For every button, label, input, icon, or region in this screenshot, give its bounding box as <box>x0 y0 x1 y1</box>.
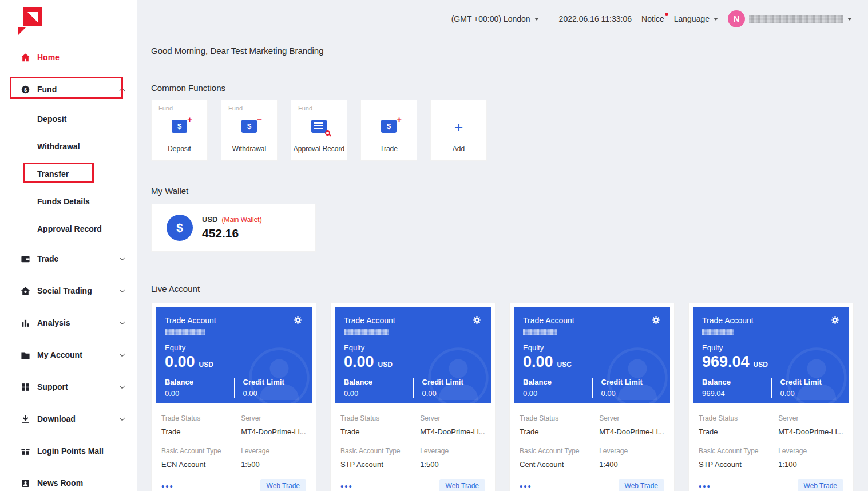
current-datetime: 2022.06.16 11:33:06 <box>559 14 632 23</box>
fund-icon: $ <box>21 85 30 94</box>
username-redacted <box>749 15 843 23</box>
chevron-down-icon <box>120 351 125 357</box>
sidebar-item-trade[interactable]: Trade <box>0 243 137 275</box>
grid-icon <box>21 382 30 392</box>
common-functions-title: Common Functions <box>151 83 854 93</box>
equity-value: 969.04 <box>702 353 750 371</box>
account-type-label: Basic Account Type <box>340 447 420 455</box>
web-trade-button[interactable]: Web Trade <box>260 479 306 491</box>
leverage-label: Leverage <box>241 447 306 455</box>
balance-label: Balance <box>702 378 771 386</box>
balance-value: 0.00 <box>344 389 413 398</box>
gear-icon[interactable] <box>830 315 840 325</box>
home-icon <box>21 53 30 62</box>
topbar: (GMT +00:00) London 2022.06.16 11:33:06 … <box>137 0 868 38</box>
web-trade-button[interactable]: Web Trade <box>798 479 843 491</box>
sidebar-item-approval-record[interactable]: Approval Record <box>0 215 137 243</box>
common-function-trade[interactable]: $+ Trade <box>360 100 417 161</box>
equity-currency: USD <box>199 361 213 369</box>
sidebar-item-social-trading[interactable]: Social Trading <box>0 275 137 307</box>
trade-status-value: Trade <box>161 427 241 436</box>
sidebar-item-deposit[interactable]: Deposit <box>0 105 137 133</box>
more-actions-icon[interactable]: ••• <box>161 481 174 491</box>
sidebar-item-home[interactable]: Home <box>0 41 137 73</box>
common-functions-cards: Fund $+ Deposit Fund $− Withdrawal Fund <box>151 100 854 161</box>
main-wallet-tag: (Main Wallet) <box>221 216 261 224</box>
leverage-label: Leverage <box>599 447 664 455</box>
web-trade-button[interactable]: Web Trade <box>439 479 485 491</box>
sidebar-item-label: Support <box>37 382 120 391</box>
brand-logo[interactable] <box>0 0 137 41</box>
sidebar-item-label: Fund <box>37 85 120 94</box>
gear-icon[interactable] <box>293 315 303 325</box>
notice-button[interactable]: Notice <box>641 14 664 23</box>
web-trade-button[interactable]: Web Trade <box>619 479 664 491</box>
wallet-amount: 452.16 <box>202 227 262 240</box>
more-actions-icon[interactable]: ••• <box>520 481 532 491</box>
trade-status-value: Trade <box>340 427 420 436</box>
account-details: Trade Status Trade Server MT4-DooPrime-L… <box>335 414 491 491</box>
timezone-selector[interactable]: (GMT +00:00) London <box>451 14 539 23</box>
account-type-value: STP Account <box>699 460 778 469</box>
content-area: Good Morning, Dear Test Marketing Brandi… <box>137 46 868 491</box>
sidebar-item-transfer[interactable]: Transfer <box>0 160 137 188</box>
balance-label: Balance <box>523 378 592 386</box>
account-details: Trade Status Trade Server MT4-DooPrime-L… <box>156 414 312 491</box>
trade-status-value: Trade <box>520 427 599 436</box>
function-category: Fund <box>158 105 173 112</box>
leverage-label: Leverage <box>778 447 843 455</box>
chevron-down-icon <box>714 18 718 21</box>
sidebar-item-download[interactable]: Download <box>0 403 137 435</box>
trade-status-value: Trade <box>699 427 778 436</box>
account-details: Trade Status Trade Server MT4-DooPrime-L… <box>514 414 670 491</box>
account-type-label: Basic Account Type <box>699 447 778 455</box>
live-account-card-4: Trade Account Equity 969.04 USD <box>688 303 854 491</box>
leverage-value: 1:500 <box>420 460 485 469</box>
more-actions-icon[interactable]: ••• <box>340 481 353 491</box>
trade-status-label: Trade Status <box>161 414 241 422</box>
live-account-card-3: Trade Account Equity 0.00 USC <box>509 303 675 491</box>
sidebar-item-analysis[interactable]: Analysis <box>0 307 137 339</box>
equity-currency: USD <box>754 361 768 369</box>
gear-icon[interactable] <box>472 315 482 325</box>
account-summary: Trade Account Equity 0.00 USD <box>156 307 312 403</box>
gear-icon[interactable] <box>651 315 661 325</box>
user-profile-menu[interactable]: N <box>728 10 852 27</box>
withdrawal-icon: $− <box>241 120 257 138</box>
fund-submenu: Deposit Withdrawal Transfer Funds Detail… <box>0 105 137 243</box>
sidebar-item-withdrawal[interactable]: Withdrawal <box>0 133 137 160</box>
wallet-card: $ USD (Main Wallet) 452.16 <box>151 204 316 252</box>
more-actions-icon[interactable]: ••• <box>699 481 711 491</box>
equity-value: 0.00 <box>165 353 195 371</box>
account-number-redacted <box>165 329 205 335</box>
sidebar-item-fund[interactable]: $ Fund <box>0 73 137 105</box>
account-card-title: Trade Account <box>165 316 216 325</box>
trade-status-label: Trade Status <box>520 414 599 422</box>
sidebar-item-label: Social Trading <box>37 286 120 295</box>
notice-badge-dot <box>665 13 668 16</box>
common-function-add[interactable]: + Add <box>430 100 487 161</box>
credit-limit-label: Credit Limit <box>601 378 661 386</box>
common-function-approval-record[interactable]: Fund Approval Record <box>291 100 347 161</box>
sidebar-item-news-room[interactable]: News Room <box>0 467 137 491</box>
wallet-icon <box>21 254 30 264</box>
account-number-redacted <box>523 329 557 335</box>
sidebar-item-funds-details[interactable]: Funds Details <box>0 188 137 215</box>
language-selector[interactable]: Language <box>674 14 718 23</box>
common-function-withdrawal[interactable]: Fund $− Withdrawal <box>221 100 278 161</box>
leverage-label: Leverage <box>420 447 485 455</box>
credit-limit-value: 0.00 <box>243 389 303 398</box>
account-number-redacted <box>344 329 389 335</box>
server-value: MT4-DooPrime-Li... <box>599 427 664 436</box>
sidebar-item-label: Analysis <box>37 318 120 327</box>
my-wallet-title: My Wallet <box>151 186 854 196</box>
sidebar-item-my-account[interactable]: My Account <box>0 339 137 371</box>
server-label: Server <box>420 414 485 422</box>
sidebar-item-login-points-mall[interactable]: Login Points Mall <box>0 435 137 467</box>
social-trading-icon <box>21 286 30 296</box>
server-value: MT4-DooPrime-Li... <box>778 427 843 436</box>
balance-value: 969.04 <box>702 389 771 398</box>
server-label: Server <box>241 414 306 422</box>
common-function-deposit[interactable]: Fund $+ Deposit <box>151 100 208 161</box>
sidebar-item-support[interactable]: Support <box>0 371 137 403</box>
